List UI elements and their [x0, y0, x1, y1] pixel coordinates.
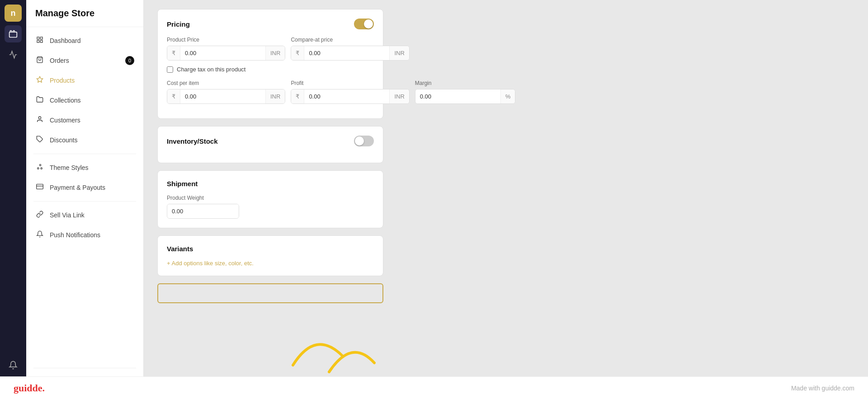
shipment-card: Shipment Product Weight KG	[157, 170, 383, 228]
compare-price-prefix: ₹	[291, 46, 304, 60]
pricing-row-1: Product Price ₹ INR Compare-at price ₹ I…	[167, 37, 374, 61]
theme-styles-icon	[35, 163, 44, 172]
sell-via-link-icon	[35, 211, 44, 220]
sidebar-item-label: Payment & Payouts	[50, 184, 105, 191]
pricing-toggle[interactable]	[354, 19, 374, 29]
divider-2	[33, 201, 136, 202]
rail-analytics[interactable]	[5, 46, 22, 63]
inventory-toggle[interactable]	[354, 136, 374, 146]
svg-point-11	[38, 168, 39, 169]
margin-input-wrap: %	[415, 89, 516, 104]
compare-price-label: Compare-at price	[291, 37, 409, 43]
product-price-input-wrap: ₹ INR	[167, 46, 285, 61]
sidebar: Manage Store Dashboard Orders 0 Products	[26, 0, 144, 399]
svg-rect-2	[37, 37, 39, 39]
cost-per-item-input[interactable]	[180, 89, 265, 103]
svg-point-12	[41, 168, 42, 169]
sidebar-item-theme-styles[interactable]: Theme Styles	[26, 158, 143, 178]
sidebar-item-sell-via-link[interactable]: Sell Via Link	[26, 205, 143, 225]
shipment-title: Shipment	[167, 180, 198, 188]
app-logo: n	[5, 5, 22, 22]
pricing-card-header: Pricing	[167, 19, 374, 29]
product-price-label: Product Price	[167, 37, 285, 43]
sidebar-item-products[interactable]: Products	[26, 70, 143, 90]
profit-input[interactable]	[304, 89, 389, 103]
profit-group: Profit ₹ INR	[291, 80, 409, 104]
customers-icon	[35, 116, 44, 125]
charge-tax-checkbox[interactable]	[167, 66, 173, 73]
svg-rect-3	[40, 37, 42, 39]
sidebar-item-payment-payouts[interactable]: Payment & Payouts	[26, 178, 143, 197]
margin-suffix: %	[500, 89, 515, 103]
margin-input[interactable]	[415, 89, 500, 103]
product-price-input[interactable]	[180, 46, 265, 60]
sidebar-item-collections[interactable]: Collections	[26, 90, 143, 110]
sidebar-item-label: Theme Styles	[50, 164, 89, 171]
main-content: Pricing Product Price ₹ INR Compare-at p…	[144, 0, 868, 399]
sidebar-item-label: Products	[50, 77, 75, 84]
sidebar-item-orders[interactable]: Orders 0	[26, 51, 143, 70]
cost-per-item-suffix: INR	[265, 89, 285, 103]
save-button-placeholder[interactable]	[157, 283, 383, 303]
variants-card-header: Variants	[167, 245, 374, 253]
sidebar-item-push-notifications[interactable]: Push Notifications	[26, 225, 143, 245]
rail-store[interactable]	[5, 25, 22, 42]
margin-group: Margin %	[415, 80, 516, 104]
product-price-prefix: ₹	[167, 46, 180, 60]
cost-per-item-prefix: ₹	[167, 89, 180, 103]
variants-card: Variants + Add options like size, color,…	[157, 235, 383, 276]
dashboard-icon	[35, 36, 44, 45]
made-with-text: Made with guidde.com	[791, 385, 854, 392]
product-weight-label: Product Weight	[167, 195, 374, 201]
sidebar-item-dashboard[interactable]: Dashboard	[26, 31, 143, 51]
profit-prefix: ₹	[291, 89, 304, 103]
bottom-bar: guidde. Made with guidde.com	[0, 376, 868, 399]
charge-tax-row: Charge tax on this product	[167, 66, 374, 73]
profit-suffix: INR	[389, 89, 409, 103]
svg-rect-5	[37, 40, 39, 42]
svg-rect-0	[9, 32, 17, 38]
sidebar-item-label: Customers	[50, 117, 80, 124]
cost-per-item-group: Cost per item ₹ INR	[167, 80, 285, 104]
svg-rect-4	[40, 40, 42, 42]
collections-icon	[35, 96, 44, 105]
inventory-card-header: Inventory/Stock	[167, 136, 374, 146]
sidebar-item-customers[interactable]: Customers	[26, 110, 143, 130]
pricing-row-2: Cost per item ₹ INR Profit ₹ INR	[167, 80, 374, 104]
compare-price-group: Compare-at price ₹ INR	[291, 37, 409, 61]
profit-input-wrap: ₹ INR	[291, 89, 409, 104]
decorative-curves	[288, 324, 379, 374]
divider-footer	[33, 368, 136, 368]
add-options-text: + Add options like size, color, etc.	[167, 260, 254, 267]
sidebar-item-label: Sell Via Link	[50, 211, 85, 219]
discounts-icon	[35, 136, 44, 145]
rail-notifications[interactable]	[5, 357, 22, 374]
sidebar-title: Manage Store	[26, 0, 143, 27]
orders-badge: 0	[125, 56, 134, 65]
toggle-thumb	[364, 19, 373, 28]
push-notifications-icon	[35, 230, 44, 239]
sidebar-nav: Dashboard Orders 0 Products Collections	[26, 27, 143, 361]
products-icon	[35, 76, 44, 85]
weight-input[interactable]	[167, 204, 239, 218]
svg-point-8	[38, 117, 41, 119]
guidde-logo-text: guidde.	[14, 382, 45, 394]
profit-label: Profit	[291, 80, 409, 86]
charge-tax-label: Charge tax on this product	[177, 66, 245, 73]
sidebar-item-label: Orders	[50, 57, 69, 64]
compare-price-input[interactable]	[304, 46, 389, 60]
pricing-card: Pricing Product Price ₹ INR Compare-at p…	[157, 9, 383, 119]
inventory-card: Inventory/Stock	[157, 126, 383, 163]
guidde-logo: guidde.	[14, 382, 45, 394]
content-area: Pricing Product Price ₹ INR Compare-at p…	[144, 0, 397, 312]
svg-point-10	[39, 164, 41, 166]
margin-label: Margin	[415, 80, 516, 86]
shipment-card-header: Shipment	[167, 180, 374, 188]
cost-per-item-input-wrap: ₹ INR	[167, 89, 285, 104]
sidebar-item-discounts[interactable]: Discounts	[26, 130, 143, 150]
svg-marker-7	[37, 76, 42, 82]
add-options-button[interactable]: + Add options like size, color, etc.	[167, 260, 374, 267]
sidebar-item-label: Dashboard	[50, 37, 81, 44]
weight-input-wrap: KG	[167, 204, 239, 219]
divider-1	[33, 154, 136, 154]
